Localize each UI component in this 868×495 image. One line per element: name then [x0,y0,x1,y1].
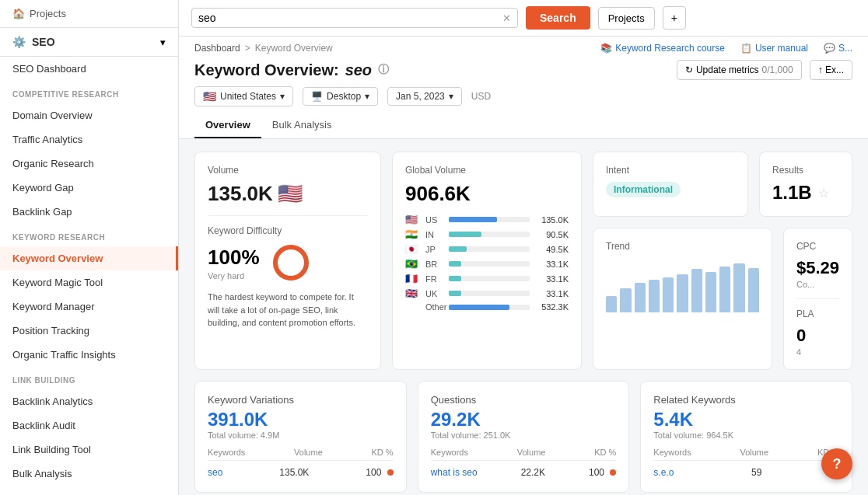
search-button[interactable]: Search [526,6,590,30]
add-button[interactable]: + [663,6,686,30]
cpc-value: $5.29 [796,258,839,278]
flag-us: 🇺🇸 [405,214,421,225]
sidebar-item-domain-overview[interactable]: Domain Overview [0,103,178,127]
sidebar-item-label: Backlink Gap [12,206,72,218]
projects-button[interactable]: Projects [598,7,655,30]
keyword-variations-card: Keyword Variations 391.0K Total volume: … [194,381,407,493]
volume-difficulty-card: Volume 135.0K 🇺🇸 Keyword Difficulty 100%… [194,152,381,370]
sidebar-item-seo-dashboard[interactable]: SEO Dashboard [0,57,178,81]
export-button[interactable]: ↑ Ex... [810,60,852,80]
star-icon: ☆ [818,186,829,200]
table-row: what is seo 22.2K 100 [431,465,617,479]
content-header: Dashboard > Keyword Overview 📚 Keyword R… [179,37,868,139]
right-cards-column: Intent Informational Results 1.1B ☆ [593,152,852,370]
home-icon: 🏠 [12,8,25,19]
country-row-br: 🇧🇷 BR 33.1K [405,258,569,270]
search-box[interactable]: ✕ [191,8,518,28]
sidebar-item-position-tracking[interactable]: Position Tracking [0,319,178,343]
desktop-icon: 🖥️ [311,91,323,102]
breadcrumb-home[interactable]: Dashboard [194,43,240,54]
variations-sub: Total volume: 4.9M [208,431,394,440]
volume-value: 135.0K 🇺🇸 [208,182,368,206]
sidebar-item-label: Keyword Manager [12,301,95,312]
clear-icon[interactable]: ✕ [502,12,511,24]
questions-sub: Total volume: 251.0K [431,431,617,440]
results-card: Results 1.1B ☆ [759,152,852,217]
sidebar-item-keyword-magic-tool[interactable]: Keyword Magic Tool [0,270,178,295]
keyword-research-course-link[interactable]: 📚 Keyword Research course [600,43,725,54]
global-volume-label: Global Volume [405,165,569,176]
sidebar-item-keyword-manager[interactable]: Keyword Manager [0,295,178,319]
top-cards-row: Volume 135.0K 🇺🇸 Keyword Difficulty 100%… [194,152,852,370]
sidebar-item-backlink-analytics[interactable]: Backlink Analytics [0,389,178,413]
flag-uk: 🇬🇧 [405,288,421,299]
tab-bulk-analysis[interactable]: Bulk Analysis [261,113,343,138]
country-row-uk: 🇬🇧 UK 33.1K [405,288,569,299]
sidebar-item-keyword-gap[interactable]: Keyword Gap [0,176,178,200]
main-content: ✕ Search Projects + Dashboard > Keyword … [179,0,868,495]
difficulty-label: Keyword Difficulty [208,225,368,236]
help-button[interactable]: ? [821,448,852,479]
sidebar-item-backlink-gap[interactable]: Backlink Gap [0,200,178,224]
chevron-down-icon: ▾ [449,91,453,102]
keyword-text: seo [345,61,372,79]
sidebar-item-link-building-tool[interactable]: Link Building Tool [0,437,178,462]
ad-value: 4 [796,347,839,357]
cpc-card: CPC $5.29 Co... PLA 0 4 [783,228,852,370]
volume-flag: 🇺🇸 [278,182,303,206]
country-filter[interactable]: 🇺🇸 United States ▾ [194,86,293,106]
sidebar-item-label: Traffic Analytics [12,134,82,145]
trend-cpc-row: Trend [593,228,852,370]
trend-bar-3 [635,283,646,313]
tabs-row: Overview Bulk Analysis [194,113,852,138]
device-filter[interactable]: 🖥️ Desktop ▾ [303,87,378,106]
flag-br: 🇧🇷 [405,258,421,270]
trend-bar-1 [606,296,617,312]
sidebar-item-label: SEO Dashboard [12,63,86,75]
support-link[interactable]: 💬 S... [824,43,852,54]
svg-point-1 [275,247,306,278]
variations-table-header: Keywords Volume KD % [208,448,394,461]
variations-title: Keyword Variations [208,394,394,406]
global-volume-value: 906.6K [405,182,569,206]
trend-bar-6 [677,274,688,312]
difficulty-donut [271,242,311,283]
sidebar-item-organic-research[interactable]: Organic Research [0,152,178,176]
info-icon[interactable]: ⓘ [378,63,389,77]
questions-title: Questions [431,394,617,406]
sidebar-item-traffic-analytics[interactable]: Traffic Analytics [0,127,178,152]
trend-bar-10 [733,263,744,312]
intent-results-row: Intent Informational Results 1.1B ☆ [593,152,852,217]
trend-bar-2 [620,288,631,313]
projects-header[interactable]: 🏠 Projects [0,0,178,28]
breadcrumb: Dashboard > Keyword Overview 📚 Keyword R… [194,43,852,54]
sidebar-item-keyword-overview[interactable]: Keyword Overview [0,246,178,270]
sidebar-item-label: Domain Overview [12,110,93,121]
user-manual-link[interactable]: 📋 User manual [740,43,808,54]
results-label: Results [772,165,839,176]
currency-label: USD [471,91,491,102]
flag-fr: 🇫🇷 [405,273,421,284]
country-list: 🇺🇸 US 135.0K 🇮🇳 IN 90.5K 🇯🇵 JP [405,214,569,312]
update-metrics-button[interactable]: ↻ Update metrics 0/1,000 [677,60,802,80]
seo-section[interactable]: ⚙️ SEO ▾ [0,28,178,57]
seo-label-text: SEO [32,36,55,48]
sidebar-item-label: Keyword Gap [12,182,74,193]
sidebar-item-organic-traffic-insights[interactable]: Organic Traffic Insights [0,343,178,367]
sidebar-item-label: Organic Traffic Insights [12,349,116,361]
tab-overview[interactable]: Overview [194,113,261,138]
trend-bar-9 [719,267,730,313]
sidebar-item-backlink-audit[interactable]: Backlink Audit [0,413,178,437]
sidebar-item-label: Organic Research [12,158,94,169]
search-input[interactable] [198,12,499,24]
related-table-header: Keywords Volume KD % [653,448,839,461]
export-icon: ↑ [818,64,823,75]
sidebar-item-bulk-analysis[interactable]: Bulk Analysis [0,462,178,486]
cards-area: Volume 135.0K 🇺🇸 Keyword Difficulty 100%… [179,139,868,495]
book-icon: 📚 [600,43,612,54]
difficulty-description: The hardest keyword to compete for. It w… [208,291,368,329]
chat-icon: 💬 [824,43,835,54]
projects-label: Projects [30,8,66,19]
date-filter[interactable]: Jan 5, 2023 ▾ [387,87,462,106]
intent-card: Intent Informational [593,152,748,217]
